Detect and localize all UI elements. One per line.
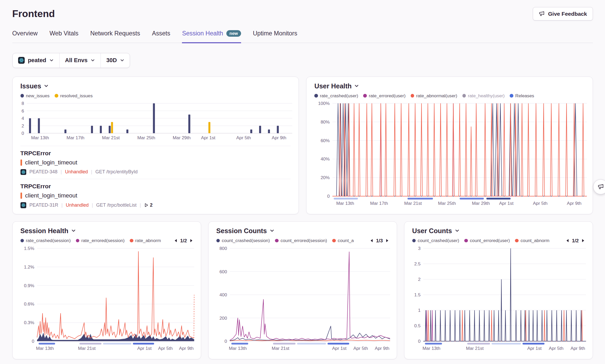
tab-uptime-monitors[interactable]: Uptime Monitors xyxy=(253,30,297,43)
legend-dot xyxy=(275,239,279,243)
issue-status: Unhandled xyxy=(66,202,88,208)
give-feedback-button[interactable]: Give Feedback xyxy=(533,7,593,20)
legend-dot xyxy=(412,239,416,243)
session-counts-chart[interactable]: 0200400600800Mar 13thMar 21stApr 1stApr … xyxy=(216,246,393,353)
legend-label: new_issues xyxy=(26,93,50,99)
legend-dot xyxy=(314,94,318,98)
issues-chart[interactable]: 02468Mar 13thMar 17thMar 21stMar 25thMar… xyxy=(20,101,296,142)
svg-text:Apr 5th: Apr 5th xyxy=(533,201,548,206)
issues-panel: Issues new_issues resolved_issues 02468M… xyxy=(12,77,299,214)
previous-page-arrow[interactable] xyxy=(566,239,569,243)
legend-item-count-crashed-user[interactable]: count_crashed(user) xyxy=(412,238,459,243)
tab-assets[interactable]: Assets xyxy=(152,30,170,43)
svg-text:40%: 40% xyxy=(321,156,330,162)
react-icon xyxy=(18,57,25,64)
legend-item-new-issues[interactable]: new_issues xyxy=(20,93,50,99)
issue-title[interactable]: client_login_timeout xyxy=(25,159,77,166)
legend-dot xyxy=(462,94,466,98)
legend-item-rate-healthy-user[interactable]: rate_healthy(user) xyxy=(462,93,505,99)
session-health-legend: rate_crashed(session) rate_errored(sessi… xyxy=(20,238,161,243)
issue-short-id: PEATED-31R xyxy=(29,202,58,208)
environment-filter[interactable]: All Envs xyxy=(59,53,101,68)
svg-text:Mar 25th: Mar 25th xyxy=(137,135,155,140)
legend-item-count-abnormal-user[interactable]: count_abnorm xyxy=(515,238,549,243)
legend-item-rate-abnormal-session[interactable]: rate_abnorm xyxy=(130,238,161,243)
next-page-arrow[interactable] xyxy=(386,239,389,243)
session-health-panel-title[interactable]: Session Health xyxy=(20,227,193,235)
legend-item-releases[interactable]: Releases xyxy=(510,93,534,99)
issue-row[interactable]: TRPCError client_login_timeout PEATED-31… xyxy=(20,179,291,208)
chevron-down-icon xyxy=(44,84,49,88)
issue-endpoint: GET /trpc/entityById xyxy=(95,169,138,175)
replay-count[interactable]: 2 xyxy=(144,202,153,208)
legend-label: rate_errored(session) xyxy=(81,238,125,243)
svg-text:6: 6 xyxy=(21,108,24,113)
svg-text:Mar 25th: Mar 25th xyxy=(438,201,456,206)
svg-text:Mar 21st: Mar 21st xyxy=(102,135,119,140)
chevron-down-icon xyxy=(91,58,95,63)
issue-meta: PEATED-31R | Unhandled | GET /trpc/bottl… xyxy=(20,202,291,208)
svg-text:4: 4 xyxy=(21,116,24,121)
legend-label: count_a xyxy=(338,238,354,243)
megaphone-icon xyxy=(539,11,545,17)
next-page-arrow[interactable] xyxy=(582,239,585,243)
legend-label: resolved_issues xyxy=(60,93,93,99)
svg-text:1.5: 1.5 xyxy=(414,292,420,297)
svg-text:Mar 21st: Mar 21st xyxy=(466,346,483,351)
chevron-down-icon xyxy=(270,228,274,233)
tab-label: Web Vitals xyxy=(49,30,78,37)
issue-title[interactable]: client_login_timeout xyxy=(25,192,77,199)
svg-text:0.5: 0.5 xyxy=(414,323,420,328)
project-filter[interactable]: peated xyxy=(13,53,59,68)
legend-item-count-crashed-session[interactable]: count_crashed(session) xyxy=(216,238,270,243)
issue-row[interactable]: TRPCError client_login_timeout PEATED-34… xyxy=(20,146,291,175)
legend-label: count_crashed(user) xyxy=(418,238,459,243)
user-counts-panel-title[interactable]: User Counts xyxy=(412,227,585,235)
legend-item-rate-errored-user[interactable]: rate_errored(user) xyxy=(363,93,405,99)
session-health-chart[interactable]: 00.3%0.6%0.9%1.2%1.5%Mar 13thMar 21stApr… xyxy=(20,246,197,353)
page-container: Frontend Give Feedback Overview Web Vita… xyxy=(0,0,605,364)
legend-item-rate-errored-session[interactable]: rate_errored(session) xyxy=(76,238,125,243)
svg-text:Mar 21st: Mar 21st xyxy=(272,346,289,351)
tab-network-requests[interactable]: Network Requests xyxy=(90,30,140,43)
svg-text:2.5: 2.5 xyxy=(414,261,420,266)
previous-page-arrow[interactable] xyxy=(174,239,177,243)
session-counts-panel-title[interactable]: Session Counts xyxy=(216,227,389,235)
legend-item-count-abnormal-session[interactable]: count_a xyxy=(332,238,354,243)
issues-panel-title[interactable]: Issues xyxy=(20,82,291,90)
session-health-legend-row: rate_crashed(session) rate_errored(sessi… xyxy=(20,238,193,244)
previous-page-arrow[interactable] xyxy=(370,239,373,243)
next-page-arrow[interactable] xyxy=(190,239,193,243)
legend-item-resolved-issues[interactable]: resolved_issues xyxy=(55,93,93,99)
legend-dot xyxy=(216,239,220,243)
user-health-legend-row: rate_crashed(user) rate_errored(user) ra… xyxy=(314,93,585,99)
page-title: Frontend xyxy=(12,8,55,19)
tab-web-vitals[interactable]: Web Vitals xyxy=(49,30,78,43)
legend-pagination: 1/3 xyxy=(370,238,389,244)
svg-text:20%: 20% xyxy=(321,175,330,180)
svg-text:0.3%: 0.3% xyxy=(24,320,34,325)
pagination-label: 1/2 xyxy=(572,238,579,244)
panel-title-label: Session Health xyxy=(20,227,69,235)
svg-text:1.2%: 1.2% xyxy=(24,264,34,269)
issue-endpoint: GET /trpc/bottleList xyxy=(96,202,137,208)
legend-dot xyxy=(20,239,24,243)
legend-item-rate-abnormal-user[interactable]: rate_abnormal(user) xyxy=(411,93,457,99)
issue-title-line: client_login_timeout xyxy=(20,159,291,166)
legend-item-rate-crashed-user[interactable]: rate_crashed(user) xyxy=(314,93,358,99)
user-health-panel-title[interactable]: User Health xyxy=(314,82,585,90)
legend-item-count-errored-user[interactable]: count_errored(user) xyxy=(464,238,510,243)
user-health-chart[interactable]: 020%40%60%80%100%Mar 13thMar 17thMar 21s… xyxy=(314,101,590,208)
tab-session-health[interactable]: Session Health new xyxy=(182,30,241,43)
date-range-filter[interactable]: 30D xyxy=(101,53,130,68)
svg-text:Apr 9th: Apr 9th xyxy=(570,346,585,351)
tab-overview[interactable]: Overview xyxy=(12,30,38,43)
react-icon xyxy=(20,169,27,175)
svg-text:Mar 29th: Mar 29th xyxy=(173,135,190,140)
issue-meta: PEATED-348 | Unhandled | GET /trpc/entit… xyxy=(20,169,291,175)
legend-item-rate-crashed-session[interactable]: rate_crashed(session) xyxy=(20,238,71,243)
environment-filter-label: All Envs xyxy=(65,57,88,64)
user-counts-chart[interactable]: 00.511.522.53Mar 13thMar 21stApr 1stApr … xyxy=(412,246,589,353)
issue-status: Unhandled xyxy=(65,169,88,175)
legend-item-count-errored-session[interactable]: count_errored(session) xyxy=(275,238,327,243)
